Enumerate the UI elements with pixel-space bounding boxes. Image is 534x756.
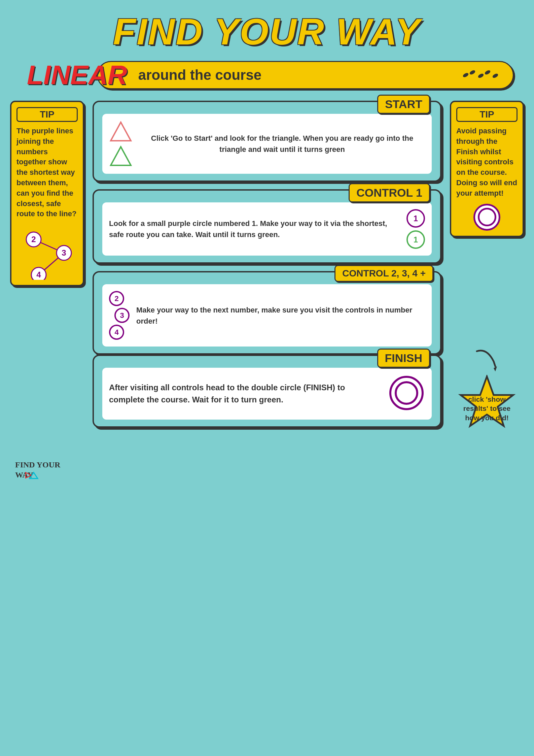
- svg-marker-13: [111, 122, 131, 141]
- control234-description: Make your way to the next number, make s…: [136, 304, 425, 327]
- around-text: around the course: [138, 67, 261, 83]
- num-4: 4: [109, 325, 124, 340]
- control1-icons: 1 1: [406, 209, 425, 249]
- svg-text:2: 2: [31, 235, 36, 244]
- starburst-wrapper: click 'show results' to see how you did!: [450, 355, 524, 442]
- svg-point-3: [484, 69, 491, 75]
- double-circle-inner-tip: [478, 208, 496, 226]
- tip-left-header: TIP: [16, 107, 78, 122]
- start-inner: Click 'Go to Start' and look for the tri…: [102, 114, 432, 174]
- tip-right-text: Avoid passing through the Finish whilst …: [456, 126, 518, 199]
- svg-point-4: [492, 73, 499, 79]
- finish-card: FINISH After visiting all controls head …: [93, 355, 441, 428]
- bottom-row: FINISH After visiting all controls head …: [0, 355, 534, 449]
- sections-center: START Click 'Go to Start' and look for t…: [93, 101, 441, 355]
- svg-point-1: [469, 69, 476, 75]
- svg-marker-14: [111, 147, 131, 165]
- footprints-decoration: [459, 68, 499, 82]
- linear-pill: around the course: [97, 61, 514, 89]
- linear-word: LINEAR: [27, 60, 127, 91]
- control1-description: Look for a small purple circle numbered …: [109, 218, 400, 240]
- num-2: 2: [109, 291, 124, 306]
- control1-card: CONTROL 1 Look for a small purple circle…: [93, 189, 441, 264]
- control234-label: CONTROL 2, 3, 4 +: [334, 265, 433, 282]
- control-number-icons: 2 3 4: [109, 291, 130, 340]
- triangle-icons: [109, 121, 133, 167]
- page-container: FIND YOUR WAY LINEAR around the course T…: [0, 0, 534, 491]
- control1-label: CONTROL 1: [349, 183, 430, 202]
- tip-left-text: The purple lines joining the numbers tog…: [16, 126, 78, 219]
- svg-point-16: [396, 382, 417, 404]
- num-3: 3: [114, 308, 130, 323]
- svg-text:▷: ▷: [25, 470, 32, 479]
- logo-area: FIND YOUR WAY ▷: [0, 449, 534, 491]
- network-diagram: 2 3 4: [16, 226, 78, 280]
- starburst-container: click 'show results' to see how you did!: [453, 375, 521, 442]
- logo: FIND YOUR WAY ▷: [13, 456, 61, 484]
- middle-row: TIP The purple lines joining the numbers…: [0, 101, 534, 355]
- tip-box-left: TIP The purple lines joining the numbers…: [10, 101, 84, 286]
- main-title: FIND YOUR WAY: [0, 0, 534, 56]
- finish-label: FINISH: [377, 349, 430, 368]
- starburst-text: click 'show results' to see how you did!: [453, 381, 521, 436]
- circle-1-green: 1: [406, 230, 425, 249]
- control234-card: CONTROL 2, 3, 4 + 2 3 4 Make your way to…: [93, 271, 441, 355]
- finish-inner: After visiting all controls head to the …: [102, 368, 432, 420]
- control234-inner: 2 3 4 Make your way to the next number, …: [102, 284, 432, 347]
- finish-description: After visiting all controls head to the …: [109, 382, 381, 406]
- starburst-text-container: click 'show results' to see how you did!: [453, 375, 521, 442]
- tip-box-right: TIP Avoid passing through the Finish whi…: [450, 101, 524, 237]
- linear-banner: LINEAR around the course: [20, 60, 514, 91]
- start-label: START: [377, 95, 430, 114]
- double-circle-tip: [473, 204, 500, 231]
- start-description: Click 'Go to Start' and look for the tri…: [139, 133, 425, 155]
- svg-text:3: 3: [62, 248, 66, 257]
- circle-1-purple: 1: [406, 209, 425, 228]
- tip-right-header: TIP: [456, 107, 518, 122]
- svg-point-2: [477, 73, 485, 79]
- svg-text:4: 4: [36, 270, 41, 279]
- svg-text:FIND YOUR: FIND YOUR: [15, 460, 61, 469]
- finish-wrapper: FINISH After visiting all controls head …: [93, 355, 441, 428]
- finish-double-circle: [388, 374, 425, 412]
- logo-svg: FIND YOUR WAY ▷: [13, 456, 61, 483]
- svg-point-0: [462, 72, 469, 78]
- curved-arrow: [470, 348, 504, 375]
- arrow-svg: [470, 348, 504, 375]
- control1-inner: Look for a small purple circle numbered …: [102, 202, 432, 256]
- start-card: START Click 'Go to Start' and look for t…: [93, 101, 441, 182]
